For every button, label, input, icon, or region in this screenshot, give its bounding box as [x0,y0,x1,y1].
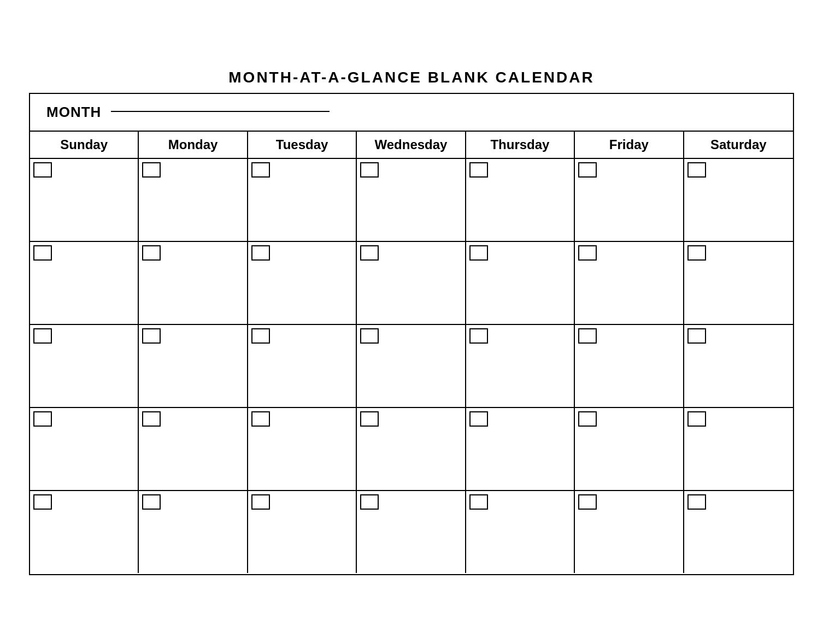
date-box [578,494,597,510]
calendar-cell[interactable] [248,408,357,490]
calendar-row-4 [30,491,793,574]
calendar-cell[interactable] [466,159,575,241]
calendar-cell[interactable] [575,242,684,324]
calendar-cell[interactable] [684,242,793,324]
day-header-monday: Monday [139,132,248,158]
date-box [33,328,52,344]
calendar-cell[interactable] [139,408,248,490]
date-box [33,162,52,178]
date-box [142,494,161,510]
date-box [578,328,597,344]
month-label: MONTH [46,104,101,121]
calendar-cell[interactable] [139,325,248,407]
date-box [142,411,161,427]
calendar-cell[interactable] [248,325,357,407]
calendar-cell[interactable] [684,325,793,407]
calendar-cell[interactable] [139,242,248,324]
calendar-cell[interactable] [30,159,139,241]
calendar-row-1 [30,242,793,325]
calendar-cell[interactable] [30,242,139,324]
date-box [687,328,706,344]
calendar-cell[interactable] [575,491,684,573]
date-box [469,328,488,344]
date-box [360,162,379,178]
month-header: MONTH [30,94,793,132]
date-box [33,245,52,261]
calendar-cell[interactable] [466,242,575,324]
calendar-outer: MONTH SundayMondayTuesdayWednesdayThursd… [29,93,794,575]
date-box [469,162,488,178]
calendar-cell[interactable] [357,159,466,241]
date-box [469,245,488,261]
calendar-cell[interactable] [30,491,139,573]
date-box [251,245,270,261]
calendar-cell[interactable] [575,325,684,407]
date-box [142,162,161,178]
day-header-tuesday: Tuesday [248,132,357,158]
calendar-row-3 [30,408,793,491]
date-box [578,411,597,427]
calendar-row-2 [30,325,793,408]
calendar-cell[interactable] [466,491,575,573]
date-box [687,162,706,178]
day-header-wednesday: Wednesday [357,132,466,158]
calendar-cell[interactable] [466,325,575,407]
date-box [251,494,270,510]
calendar-cell[interactable] [30,325,139,407]
days-header: SundayMondayTuesdayWednesdayThursdayFrid… [30,132,793,159]
month-line [111,111,330,112]
date-box [33,411,52,427]
date-box [687,411,706,427]
calendar-cell[interactable] [575,408,684,490]
calendar-cell[interactable] [684,408,793,490]
day-header-thursday: Thursday [466,132,575,158]
day-header-friday: Friday [575,132,684,158]
date-box [360,411,379,427]
calendar-cell[interactable] [139,491,248,573]
date-box [33,494,52,510]
calendar-cell[interactable] [357,408,466,490]
calendar-row-0 [30,159,793,242]
calendar-cell[interactable] [684,491,793,573]
calendar-cell[interactable] [357,325,466,407]
date-box [142,245,161,261]
calendar-cell[interactable] [248,242,357,324]
date-box [687,245,706,261]
date-box [360,328,379,344]
calendar-cell[interactable] [30,408,139,490]
date-box [687,494,706,510]
calendar-cell[interactable] [575,159,684,241]
day-header-sunday: Sunday [30,132,139,158]
date-box [360,245,379,261]
calendar-cell[interactable] [357,242,466,324]
calendar-grid [30,159,793,574]
date-box [578,162,597,178]
calendar-cell[interactable] [684,159,793,241]
date-box [469,411,488,427]
date-box [251,328,270,344]
page-title: MONTH-AT-A-GLANCE BLANK CALENDAR [29,69,794,86]
calendar-cell[interactable] [248,159,357,241]
date-box [360,494,379,510]
date-box [469,494,488,510]
date-box [142,328,161,344]
date-box [578,245,597,261]
calendar-cell[interactable] [357,491,466,573]
calendar-cell[interactable] [248,491,357,573]
page: MONTH-AT-A-GLANCE BLANK CALENDAR MONTH S… [29,69,794,575]
date-box [251,411,270,427]
date-box [251,162,270,178]
calendar-cell[interactable] [466,408,575,490]
calendar-cell[interactable] [139,159,248,241]
day-header-saturday: Saturday [684,132,793,158]
